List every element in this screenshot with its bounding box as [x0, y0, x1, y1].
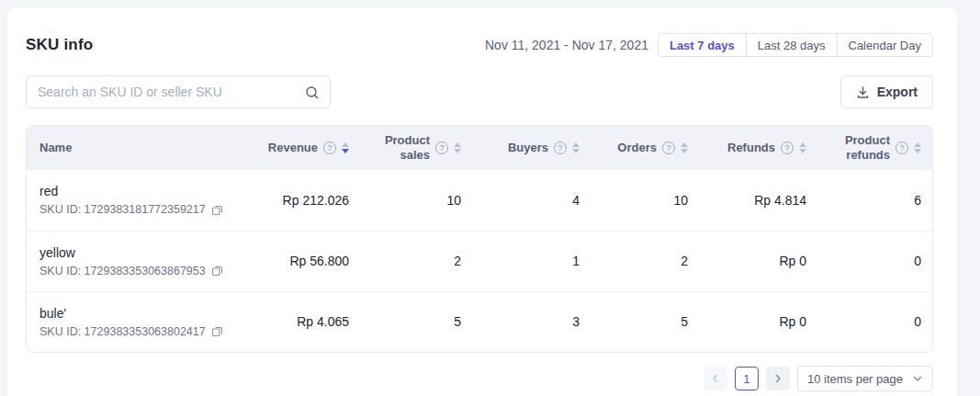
buyers-cell: 1 — [474, 231, 592, 291]
product-refunds-cell: 6 — [819, 170, 933, 231]
column-header-product-refunds[interactable]: Product refunds ? — [819, 133, 933, 162]
page-1-button[interactable]: 1 — [735, 367, 759, 390]
revenue-cell: Rp 212.026 — [252, 170, 362, 231]
orders-cell: 2 — [592, 231, 701, 291]
table-row: bule' SKU ID: 1729383353063802417 Rp 4.0… — [27, 291, 933, 352]
search-box — [26, 75, 331, 108]
toolbar: Export — [26, 75, 933, 108]
product-sales-cell: 2 — [362, 231, 474, 291]
range-button-last-7-days[interactable]: Last 7 days — [658, 33, 747, 57]
sku-id: SKU ID: 1729383181772359217 — [39, 203, 206, 216]
sku-table: Name Revenue ? Product sales ? Buyers — [26, 125, 933, 353]
info-icon[interactable]: ? — [323, 141, 336, 154]
search-input[interactable] — [27, 76, 330, 107]
table-row: red SKU ID: 1729383181772359217 Rp 212.0… — [27, 170, 933, 231]
sort-icon[interactable] — [454, 142, 461, 153]
chevron-left-icon — [710, 373, 721, 384]
info-icon[interactable]: ? — [554, 141, 567, 154]
sort-icon[interactable] — [914, 142, 921, 153]
chevron-down-icon — [912, 373, 923, 384]
revenue-cell: Rp 56.800 — [252, 231, 362, 291]
info-icon[interactable]: ? — [662, 141, 675, 154]
table-row: yellow SKU ID: 1729383353063867953 Rp 56… — [27, 231, 933, 291]
column-header-product-sales[interactable]: Product sales ? — [362, 133, 474, 162]
product-sales-cell: 5 — [362, 291, 474, 352]
sku-info-card: SKU info Nov 11, 2021 - Nov 17, 2021 Las… — [7, 7, 957, 396]
copy-icon[interactable] — [211, 265, 223, 277]
pagination: 1 10 items per page — [26, 366, 933, 391]
orders-cell: 10 — [592, 170, 701, 231]
info-icon[interactable]: ? — [435, 141, 448, 154]
product-refunds-cell: 0 — [819, 291, 933, 352]
column-header-refunds[interactable]: Refunds ? — [701, 141, 819, 155]
copy-icon[interactable] — [211, 325, 223, 337]
copy-icon[interactable] — [211, 204, 223, 216]
items-per-page-value: 10 items per page — [807, 372, 903, 386]
date-range-label: Nov 11, 2021 - Nov 17, 2021 — [485, 38, 648, 52]
export-button[interactable]: Export — [840, 75, 933, 108]
product-sales-cell: 10 — [362, 170, 474, 231]
column-header-buyers[interactable]: Buyers ? — [474, 141, 592, 155]
previous-page-button[interactable] — [704, 367, 727, 390]
product-refunds-cell: 0 — [819, 231, 933, 291]
sort-icon[interactable] — [572, 142, 580, 153]
date-controls: Nov 11, 2021 - Nov 17, 2021 Last 7 days … — [485, 33, 933, 57]
download-icon — [856, 85, 870, 99]
column-header-orders[interactable]: Orders ? — [592, 141, 701, 155]
sort-icon[interactable] — [799, 142, 806, 153]
items-per-page-select[interactable]: 10 items per page — [797, 366, 933, 391]
header-row: SKU info Nov 11, 2021 - Nov 17, 2021 Las… — [26, 33, 933, 57]
sku-id: SKU ID: 1729383353063802417 — [39, 325, 206, 338]
date-range-switcher: Last 7 days Last 28 days Calendar Day — [658, 33, 933, 57]
info-icon[interactable]: ? — [896, 141, 908, 154]
export-label: Export — [877, 85, 918, 99]
buyers-cell: 4 — [474, 170, 592, 231]
revenue-cell: Rp 4.065 — [252, 291, 362, 352]
refunds-cell: Rp 0 — [701, 231, 819, 291]
refunds-cell: Rp 4.814 — [701, 170, 819, 231]
column-header-name: Name — [27, 141, 252, 155]
chevron-right-icon — [772, 373, 783, 384]
refunds-cell: Rp 0 — [701, 291, 819, 352]
info-icon[interactable]: ? — [781, 141, 794, 154]
sku-name: yellow — [39, 245, 252, 260]
sku-name: red — [39, 184, 252, 198]
orders-cell: 5 — [592, 291, 701, 352]
next-page-button[interactable] — [766, 367, 790, 390]
sort-icon[interactable] — [681, 142, 688, 153]
range-button-calendar-day[interactable]: Calendar Day — [837, 33, 934, 57]
buyers-cell: 3 — [474, 291, 592, 352]
table-header-row: Name Revenue ? Product sales ? Buyers — [27, 126, 933, 170]
page-title: SKU info — [26, 36, 93, 54]
search-icon[interactable] — [305, 85, 320, 100]
column-header-revenue[interactable]: Revenue ? — [252, 141, 362, 155]
sku-id: SKU ID: 1729383353063867953 — [39, 265, 206, 277]
range-button-last-28-days[interactable]: Last 28 days — [746, 33, 838, 57]
sku-name: bule' — [39, 306, 252, 321]
sort-icon[interactable] — [342, 142, 349, 153]
